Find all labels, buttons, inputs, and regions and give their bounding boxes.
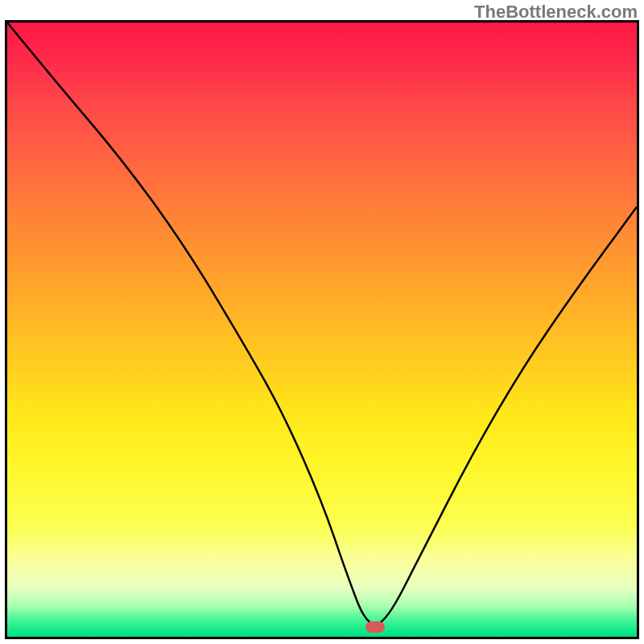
bottleneck-curve-svg [7, 23, 637, 637]
bottleneck-curve-path [7, 23, 637, 625]
optimal-marker [365, 621, 385, 633]
watermark-text: TheBottleneck.com [474, 2, 638, 23]
plot-area [5, 20, 639, 639]
chart-container: TheBottleneck.com [0, 0, 644, 644]
